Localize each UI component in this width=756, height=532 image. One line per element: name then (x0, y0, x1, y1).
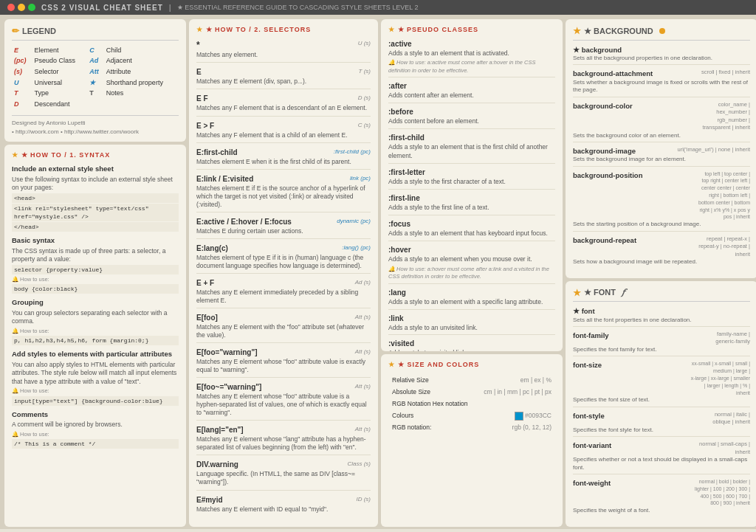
selector-lang-attr: Att (s) E[lang|="en"] Matches any E elem… (196, 425, 371, 455)
selector-badge: U (s) (358, 39, 371, 47)
main-content: ✏ LEGEND E Element C Child (pc) Pseudo C… (0, 15, 756, 529)
code-block: </head> (12, 222, 179, 232)
prop-font-family: font-family family-name |generic-family … (573, 331, 750, 356)
table-row: U Universal ★ Shorthand property (12, 77, 179, 89)
pseudo-first-child: :first-child Adds a style to an element … (388, 133, 555, 164)
prop-label: background-color (573, 101, 633, 132)
size-table: Relative Size em | ex | % Absolute Size … (388, 374, 555, 435)
prop-font-weight: font-weight normal | bold | bolder |ligh… (573, 478, 750, 517)
selector-badge: Att (s) (355, 348, 371, 356)
selector-label: E:link / E:visited (196, 174, 371, 184)
minimize-button[interactable] (18, 4, 25, 11)
designer-links: • http://woork.com • http://www.twitter.… (12, 128, 179, 136)
prop-label: font-size (573, 360, 602, 396)
prop-background-attachment: background-attachment scroll | fixed | i… (573, 69, 750, 97)
selector-badge: Att (s) (355, 313, 371, 321)
selector-label: DIV.warning (196, 460, 371, 470)
selector-EF: D (s) E F Matches any F element that is … (196, 94, 371, 116)
font-title: ★ ★ FONT 𝑓 (573, 287, 750, 303)
pseudo-classes-card: ★ ★ PSEUDO CLASSES :active Adds a style … (381, 19, 563, 351)
table-row: RGB Notation Hex notation (390, 399, 554, 410)
grouping-section: Grouping You can group selectors separat… (12, 297, 179, 345)
code-example: input[type="text"] {background-color:blu… (12, 396, 179, 406)
selector-universal: U (s) * Matches any element. (196, 39, 371, 63)
include-stylesheet-desc: Use the following syntax to include an e… (12, 176, 179, 193)
selector-badge: :lang() (pc) (342, 243, 371, 252)
how-to-syntax-card: ★ ★ HOW TO / 1. SYNTAX Include an extern… (4, 145, 186, 527)
add-styles-title: Add styles to elements with particular a… (12, 349, 179, 359)
dot-icon (659, 28, 665, 34)
prop-values: normal | italic |oblique | inherit (712, 411, 750, 426)
selector-badge: ID (s) (356, 495, 371, 503)
howto-note: 🔔 How to use: /* This is a comment */ (12, 431, 179, 449)
prop-values: normal | small-caps |inherit (699, 441, 750, 456)
prop-label: background-image (573, 146, 636, 156)
star-icon: ✏ (12, 25, 19, 38)
table-row: Absolute Size cm | in | mm | pc | pt | p… (390, 387, 554, 398)
star-icon: ★ (573, 287, 581, 300)
table-row: T Type T Notes (12, 88, 179, 99)
size-colors-card: ★ ★ SIZE AND COLORS Relative Size em | e… (381, 354, 563, 526)
pseudo-hover: :hover Adds a style to an element when y… (388, 245, 555, 284)
code-example: body {color:black} (12, 284, 179, 294)
howto-note: 🔔 How to use: p, h1,h2,h3,h4,h5,h6, form… (12, 328, 179, 346)
selector-label: E[foo] (196, 313, 371, 323)
grouping-title: Grouping (12, 297, 179, 307)
selector-badge: T (s) (359, 67, 371, 75)
add-styles-desc: You can also apply styles to HTML elemen… (12, 361, 179, 386)
traffic-lights (7, 4, 35, 11)
basic-syntax-title: Basic syntax (12, 235, 179, 245)
maximize-button[interactable] (28, 4, 35, 11)
prop-values: normal | bold | bolder |lighter | 100 | … (695, 478, 750, 507)
prop-label: background-repeat (573, 235, 636, 259)
selector-link-visited: link (pc) E:link / E:visited Matches ele… (196, 174, 371, 213)
selector-label: E > F (196, 121, 371, 131)
code-example: /* This is a comment */ (12, 439, 179, 449)
prop-values: repeat | repeat-x |repeat-y | no-repeat … (698, 235, 750, 259)
font-card: ★ ★ FONT 𝑓 ★ font Sets all the font prop… (566, 281, 756, 527)
selector-E: T (s) E Matches any E element (div, span… (196, 67, 371, 89)
close-button[interactable] (7, 4, 15, 11)
prop-label: font-variant (573, 441, 611, 456)
star-icon: ★ (388, 360, 395, 370)
selector-badge: Att (s) (355, 382, 371, 390)
selector-badge: link (pc) (350, 174, 371, 182)
selector-att: Att (s) E[foo] Matches any E element wit… (196, 313, 371, 343)
column-3: ★ ★ PSEUDO CLASSES :active Adds a style … (379, 18, 564, 528)
selector-label: E[foo="warning"] (196, 348, 371, 358)
pseudo-first-line: :first-line Adds a style to the first li… (388, 193, 555, 215)
selectors-card: ★ ★ HOW TO / 2. SELECTORS U (s) * Matche… (189, 19, 378, 527)
howto-note: 🔔 How to use: body {color:black} (12, 276, 179, 294)
prop-label: font-weight (573, 478, 611, 507)
column-1: ✏ LEGEND E Element C Child (pc) Pseudo C… (3, 18, 188, 528)
selector-badge: Ad (s) (355, 278, 371, 286)
star-icon: ★ (12, 151, 18, 159)
prop-values: family-name |generic-family (715, 331, 750, 346)
background-card: ★ ★ BACKGROUND ★ background Sets all the… (566, 19, 756, 278)
selector-badge: Att (s) (355, 425, 371, 433)
code-block: selector {property:value} (12, 265, 179, 274)
code-block: <link rel="stylesheet" type="text/css" h… (12, 204, 179, 221)
prop-background-repeat: background-repeat repeat | repeat-x |rep… (573, 235, 750, 269)
title-bar: CSS 2 VISUAL CHEAT SHEET | ★ ESSENTIAL R… (0, 0, 756, 15)
legend-title: ✏ LEGEND (12, 25, 179, 41)
prop-font-style: font-style normal | italic |oblique | in… (573, 411, 750, 437)
how-to-syntax-title: ★ ★ HOW TO / 1. SYNTAX (12, 151, 179, 160)
selector-label: E F (196, 94, 371, 104)
selector-badge: Class (s) (347, 460, 371, 468)
prop-label: background-attachment (573, 69, 653, 78)
selector-att-val: Att (s) E[foo="warning"] Matches any E e… (196, 348, 371, 378)
selector-lang: :lang() (pc) E:lang(c) Matches element o… (196, 243, 371, 274)
code-block: <head> (12, 193, 179, 203)
app-title: CSS 2 VISUAL CHEAT SHEET (41, 4, 163, 12)
selector-adjacent: Ad (s) E + F Matches any E element immed… (196, 278, 371, 308)
include-stylesheet-title: Include an external style sheet (12, 164, 179, 173)
pseudo-focus: :focus Adds a style to an element that h… (388, 219, 555, 241)
table-row: (s) Selector Att Attribute (12, 66, 179, 77)
selector-att-tilde: Att (s) E[foo~="warning"] Matches any E … (196, 382, 371, 421)
designer-name: Designed by Antonio Lupetti (12, 119, 179, 127)
selector-label: E[foo~="warning"] (196, 382, 371, 393)
add-styles-section: Add styles to elements with particular a… (12, 349, 179, 405)
pseudo-before: :before Adds content before an element. (388, 107, 555, 129)
prop-background-color: background-color color_name |hex_number … (573, 101, 750, 142)
